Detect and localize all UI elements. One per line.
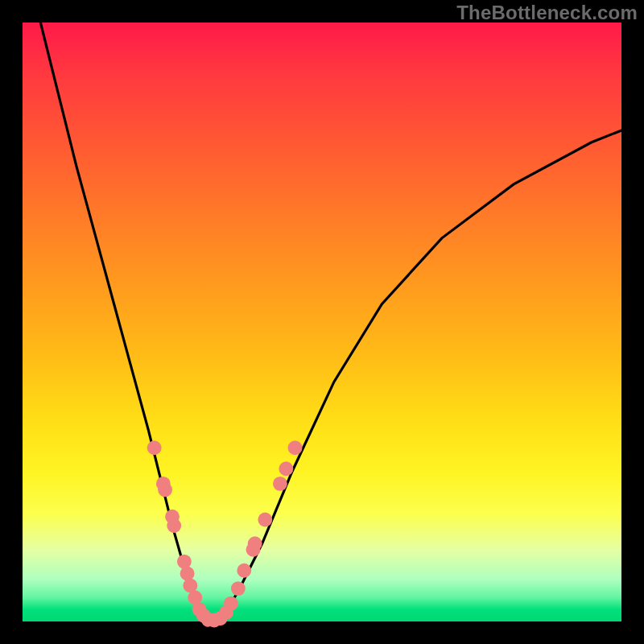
marker-dot bbox=[279, 461, 293, 476]
marker-dot bbox=[273, 477, 287, 491]
marker-dot bbox=[180, 567, 195, 581]
marker-dots bbox=[147, 440, 303, 627]
curve-line bbox=[40, 23, 621, 621]
marker-dot bbox=[147, 440, 162, 455]
marker-dot bbox=[177, 555, 192, 569]
marker-dot bbox=[248, 536, 262, 551]
plot-area bbox=[23, 23, 621, 621]
marker-dot bbox=[158, 482, 172, 497]
marker-dot bbox=[288, 440, 303, 455]
marker-dot bbox=[237, 564, 251, 578]
chart-svg bbox=[23, 23, 621, 621]
marker-dot bbox=[258, 513, 272, 527]
marker-dot bbox=[231, 581, 246, 596]
marker-dot bbox=[224, 597, 238, 611]
watermark-text: TheBottleneck.com bbox=[456, 2, 638, 24]
marker-dot bbox=[167, 518, 181, 533]
chart-frame: TheBottleneck.com bbox=[0, 0, 644, 644]
